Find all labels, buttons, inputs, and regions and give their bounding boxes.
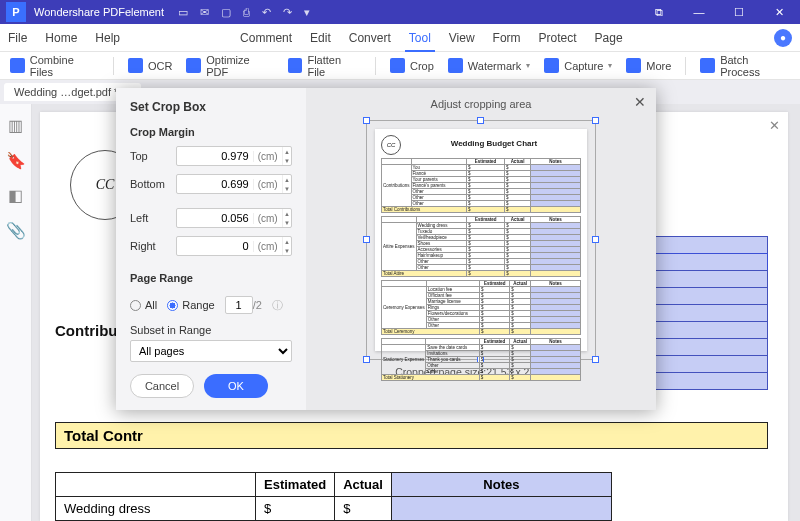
stepper[interactable]: ▲▼ bbox=[282, 209, 291, 227]
label-bottom: Bottom bbox=[130, 178, 176, 190]
attachment-icon[interactable]: 📎 bbox=[6, 221, 26, 240]
subset-title: Subset in Range bbox=[130, 324, 292, 336]
ok-button[interactable]: OK bbox=[204, 374, 268, 398]
window-minimize-icon[interactable]: — bbox=[684, 6, 714, 19]
chevron-down-icon: ▾ bbox=[608, 61, 612, 70]
page-range-title: Page Range bbox=[130, 272, 292, 284]
stepper[interactable]: ▲▼ bbox=[282, 175, 291, 193]
tab-label: Wedding …dget.pdf * bbox=[14, 86, 118, 98]
input-bottom-field[interactable] bbox=[177, 178, 253, 190]
crop-preview[interactable]: CC Wedding Budget Chart EstimatedActualN… bbox=[366, 120, 596, 360]
radio-all-label: All bbox=[145, 299, 157, 311]
ocr-icon bbox=[128, 58, 143, 73]
menu-help[interactable]: Help bbox=[95, 31, 120, 45]
tool-batch[interactable]: Batch Process bbox=[700, 54, 790, 78]
tool-capture[interactable]: Capture▾ bbox=[544, 58, 612, 73]
window-close-icon[interactable]: ✕ bbox=[764, 6, 794, 19]
tool-batch-label: Batch Process bbox=[720, 54, 790, 78]
crop-handle-br[interactable] bbox=[592, 356, 599, 363]
stepper[interactable]: ▲▼ bbox=[282, 237, 291, 255]
subset-select[interactable]: All pages bbox=[130, 340, 292, 362]
unit: (cm) bbox=[253, 179, 282, 190]
range-input[interactable] bbox=[225, 296, 253, 314]
radio-range[interactable]: Range bbox=[167, 299, 214, 312]
tool-combine[interactable]: Combine Files bbox=[10, 54, 99, 78]
undo-icon[interactable]: ↶ bbox=[262, 6, 271, 19]
combine-icon bbox=[10, 58, 25, 73]
doc-close-icon[interactable]: ✕ bbox=[769, 118, 780, 133]
bookmark-icon[interactable]: 🔖 bbox=[6, 151, 26, 170]
dropdown-icon[interactable]: ▾ bbox=[304, 6, 310, 19]
crop-handle-tl[interactable] bbox=[363, 117, 370, 124]
side-panel: ▥ 🔖 ◧ 📎 bbox=[0, 104, 32, 521]
crop-handle-t[interactable] bbox=[477, 117, 484, 124]
crop-handle-l[interactable] bbox=[363, 236, 370, 243]
input-top-field[interactable] bbox=[177, 150, 253, 162]
separator bbox=[375, 57, 376, 75]
print-icon[interactable]: ⎙ bbox=[243, 6, 250, 19]
window-maximize-icon[interactable]: ☐ bbox=[724, 6, 754, 19]
app-logo: P bbox=[6, 2, 26, 22]
doc-table: Estimated Actual Notes Wedding dress $ $ bbox=[55, 472, 612, 521]
unit: (cm) bbox=[253, 151, 282, 162]
menu-convert[interactable]: Convert bbox=[349, 31, 391, 45]
menu-protect[interactable]: Protect bbox=[539, 31, 577, 45]
menu-tool[interactable]: Tool bbox=[409, 31, 431, 45]
tool-watermark[interactable]: Watermark▾ bbox=[448, 58, 530, 73]
th-notes: Notes bbox=[391, 473, 611, 497]
thumbnails-icon[interactable]: ▥ bbox=[8, 116, 23, 135]
input-right[interactable]: (cm) ▲▼ bbox=[176, 236, 292, 256]
tool-ocr[interactable]: OCR bbox=[128, 58, 172, 73]
window-dock-icon[interactable]: ⧉ bbox=[644, 6, 674, 19]
save-icon[interactable]: ▢ bbox=[221, 6, 231, 19]
crop-icon bbox=[390, 58, 405, 73]
open-icon[interactable]: ▭ bbox=[178, 6, 188, 19]
user-avatar-icon[interactable]: ● bbox=[774, 29, 792, 47]
cell-act: $ bbox=[335, 497, 392, 521]
menu-file[interactable]: File bbox=[8, 31, 27, 45]
mail-icon[interactable]: ✉ bbox=[200, 6, 209, 19]
dialog-close-icon[interactable]: ✕ bbox=[634, 94, 646, 110]
input-left[interactable]: (cm) ▲▼ bbox=[176, 208, 292, 228]
crop-handle-tr[interactable] bbox=[592, 117, 599, 124]
dialog-title: Set Crop Box bbox=[130, 100, 292, 114]
stepper[interactable]: ▲▼ bbox=[282, 147, 291, 165]
titlebar: P Wondershare PDFelement ▭ ✉ ▢ ⎙ ↶ ↷ ▾ ⧉… bbox=[0, 0, 800, 24]
input-right-field[interactable] bbox=[177, 240, 253, 252]
margin-top-row: Top (cm) ▲▼ bbox=[130, 146, 292, 166]
menu-page[interactable]: Page bbox=[595, 31, 623, 45]
tool-crop[interactable]: Crop bbox=[390, 58, 434, 73]
doc-side-cells bbox=[648, 236, 768, 389]
dialog-buttons: Cancel OK bbox=[130, 364, 292, 398]
preview-total-row: Total Stationery$$ bbox=[382, 375, 581, 381]
page-range-row: All Range /2 ⓘ bbox=[130, 296, 292, 314]
crop-handle-r[interactable] bbox=[592, 236, 599, 243]
input-left-field[interactable] bbox=[177, 212, 253, 224]
menu-comment[interactable]: Comment bbox=[240, 31, 292, 45]
cancel-button[interactable]: Cancel bbox=[130, 374, 194, 398]
tool-flatten[interactable]: Flatten File bbox=[288, 54, 361, 78]
doc-total-row: Total Contr bbox=[55, 422, 768, 449]
info-icon[interactable]: ⓘ bbox=[272, 298, 283, 313]
tool-optimize[interactable]: Optimize PDF bbox=[186, 54, 273, 78]
preview-logo: CC bbox=[381, 135, 401, 155]
flatten-icon bbox=[288, 58, 303, 73]
more-icon bbox=[626, 58, 641, 73]
menu-home[interactable]: Home bbox=[45, 31, 77, 45]
menu-edit[interactable]: Edit bbox=[310, 31, 331, 45]
preview-total-row: Total Contributions$$ bbox=[382, 207, 581, 213]
crop-handle-bl[interactable] bbox=[363, 356, 370, 363]
margin-left-row: Left (cm) ▲▼ bbox=[130, 208, 292, 228]
input-bottom[interactable]: (cm) ▲▼ bbox=[176, 174, 292, 194]
redo-icon[interactable]: ↷ bbox=[283, 6, 292, 19]
menu-form[interactable]: Form bbox=[493, 31, 521, 45]
tool-more[interactable]: More bbox=[626, 58, 671, 73]
input-top[interactable]: (cm) ▲▼ bbox=[176, 146, 292, 166]
preview-total-row: Total Ceremony$$ bbox=[382, 329, 581, 335]
th-actual: Actual bbox=[335, 473, 392, 497]
tool-watermark-label: Watermark bbox=[468, 60, 521, 72]
menu-view[interactable]: View bbox=[449, 31, 475, 45]
radio-all[interactable]: All bbox=[130, 299, 157, 312]
search-side-icon[interactable]: ◧ bbox=[8, 186, 23, 205]
label-left: Left bbox=[130, 212, 176, 224]
